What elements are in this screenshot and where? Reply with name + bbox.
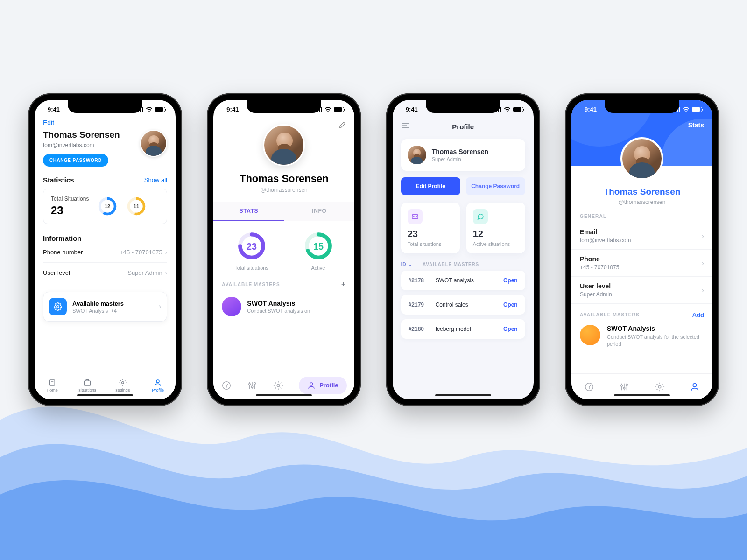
change-password-button[interactable]: CHANGE PASSWORD — [43, 154, 108, 167]
column-masters: AVAILABLE MASTERS — [423, 262, 479, 267]
dashboard-icon[interactable] — [584, 382, 594, 392]
avatar[interactable] — [408, 146, 426, 164]
svg-text:23: 23 — [246, 241, 256, 252]
open-link[interactable]: Open — [503, 326, 518, 332]
tabs: STATS INFO — [213, 202, 354, 221]
chevron-down-icon: ⌄ — [408, 262, 412, 267]
svg-point-23 — [252, 385, 254, 387]
user-icon — [154, 378, 162, 387]
info-row-level[interactable]: User level Super Admin› — [43, 263, 167, 283]
table-row[interactable]: #2179 Control sales Open — [401, 295, 525, 315]
tab-home[interactable]: Home — [35, 371, 70, 399]
home-icon — [48, 378, 56, 387]
status-time: 9:41 — [406, 106, 418, 113]
masters-title: Available masters — [72, 300, 150, 307]
user-name: Thomas Sorensen — [43, 130, 120, 140]
table-row[interactable]: #2180 Iceberg model Open — [401, 319, 525, 339]
available-masters-card[interactable]: Available masters SWOT Analysis +4 › — [43, 292, 167, 322]
mail-icon — [408, 209, 423, 224]
phone-mockup-3: 9:41 Profile Thomas Sorensen Super Admin — [386, 93, 540, 406]
column-id[interactable]: ID ⌄ — [401, 262, 412, 267]
wifi-icon — [146, 107, 153, 112]
user-email: tom@invertlabs.com — [43, 142, 120, 148]
statistics-heading: Statistics — [43, 176, 74, 184]
info-row-email[interactable]: Email tom@invertlabs.com › — [571, 223, 712, 250]
wifi-icon — [504, 107, 511, 112]
home-indicator — [435, 394, 491, 396]
svg-text:11: 11 — [134, 203, 139, 209]
svg-rect-30 — [412, 214, 418, 218]
battery-icon — [334, 107, 344, 112]
open-link[interactable]: Open — [503, 301, 518, 308]
gear-icon[interactable] — [655, 382, 665, 392]
svg-rect-7 — [50, 380, 55, 385]
gear-icon[interactable] — [273, 380, 283, 391]
svg-text:12: 12 — [105, 203, 110, 209]
svg-point-11 — [156, 380, 159, 383]
show-all-link[interactable]: Show all — [144, 176, 167, 183]
change-password-button[interactable]: Change Password — [466, 177, 525, 195]
phone-mockup-1: 9:41 Edit Thomas Sorensen tom@invertlabs… — [28, 93, 182, 406]
svg-point-39 — [693, 383, 697, 386]
svg-rect-9 — [85, 381, 91, 385]
battery-icon — [692, 107, 702, 112]
edit-link[interactable]: Edit — [43, 119, 54, 126]
donut-chart-2: 11 — [126, 196, 147, 217]
phone-mockup-2: 9:41 Thomas Sorensen @thomassorensen STA… — [207, 93, 361, 406]
edit-icon[interactable] — [338, 121, 346, 129]
master-item[interactable]: SWOT Analysis Conduct SWOT analysis for … — [571, 322, 712, 350]
tab-profile[interactable]: Profile — [299, 377, 346, 394]
edit-profile-button[interactable]: Edit Profile — [401, 177, 460, 195]
avatar[interactable] — [140, 130, 167, 157]
master-icon — [222, 297, 241, 316]
battery-icon — [155, 107, 165, 112]
svg-point-10 — [122, 381, 124, 384]
sliders-icon[interactable] — [247, 380, 257, 391]
chevron-right-icon: › — [159, 302, 161, 311]
dashboard-icon[interactable] — [221, 380, 232, 391]
open-link[interactable]: Open — [503, 277, 518, 284]
statistics-card: Total Situations 23 12 11 — [43, 189, 167, 224]
chevron-right-icon: › — [165, 269, 167, 276]
menu-icon[interactable] — [401, 122, 409, 129]
stats-link[interactable]: Stats — [688, 121, 704, 129]
status-time: 9:41 — [585, 106, 597, 113]
home-indicator — [77, 394, 133, 396]
tab-profile[interactable]: Profile — [141, 371, 176, 399]
user-icon[interactable] — [690, 382, 700, 392]
avatar[interactable] — [263, 124, 305, 166]
tile-active[interactable]: 12 Active situations — [466, 203, 525, 253]
svg-point-24 — [254, 382, 256, 384]
chat-icon — [473, 209, 488, 224]
phone-mockup-4: 9:41 Stats Thomas Sorensen @thomassorens… — [565, 93, 719, 406]
sliders-icon[interactable] — [619, 382, 629, 392]
user-card: Thomas Sorensen Super Admin — [401, 139, 525, 171]
stat-total: 23 Total situations — [234, 231, 268, 271]
avatar[interactable] — [620, 137, 663, 180]
svg-point-6 — [57, 306, 59, 308]
svg-point-26 — [310, 383, 313, 385]
tab-info[interactable]: INFO — [284, 202, 354, 221]
user-handle: @thomassorensen — [571, 199, 712, 205]
gear-icon — [49, 298, 67, 315]
page-title: Profile — [452, 123, 474, 131]
section-heading: AVAILABLE MASTERS — [222, 282, 280, 287]
tile-total[interactable]: 23 Total situations — [401, 203, 460, 253]
svg-point-25 — [277, 384, 280, 387]
table-row[interactable]: #2178 SWOT analysis Open — [401, 271, 525, 290]
plus-icon[interactable]: + — [341, 280, 346, 288]
info-row-phone[interactable]: Phone +45 - 70701075 › — [571, 250, 712, 277]
info-row-phone[interactable]: Phone number +45 - 70701075› — [43, 242, 167, 263]
gear-icon — [119, 378, 127, 387]
info-row-level[interactable]: User level Super Admin › — [571, 277, 712, 304]
total-situations-value: 23 — [51, 204, 89, 217]
svg-point-36 — [623, 387, 625, 389]
information-heading: Information — [43, 234, 82, 242]
user-name: Thomas Sorensen — [213, 173, 354, 185]
tab-stats[interactable]: STATS — [213, 202, 284, 221]
chevron-right-icon: › — [702, 286, 704, 294]
briefcase-icon — [83, 378, 92, 387]
add-link[interactable]: Add — [692, 311, 704, 318]
master-item[interactable]: SWOT Analysis Conduct SWOT analysis on — [213, 292, 354, 321]
total-situations-label: Total Situations — [51, 196, 89, 202]
